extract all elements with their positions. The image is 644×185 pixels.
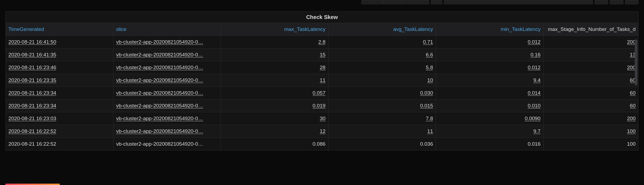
- zoom-out-button[interactable]: [595, 0, 608, 4]
- cell-min-value[interactable]: 9.4: [533, 77, 540, 83]
- cell-avg-value[interactable]: 0.030: [420, 90, 433, 96]
- cell-time-value[interactable]: 2020-08-21 16:23:34: [8, 103, 56, 109]
- panel-title[interactable]: Check Skew: [6, 12, 638, 23]
- cell-tasks-value[interactable]: 60: [630, 90, 636, 96]
- cell-min[interactable]: 0.16: [436, 49, 543, 61]
- cell-max-value[interactable]: 28: [320, 65, 326, 70]
- cell-avg-value[interactable]: 6.6: [426, 52, 433, 58]
- table-row[interactable]: 2020-08-21 16:23:35vb-cluster2-app-20200…: [6, 74, 638, 87]
- cell-tasks[interactable]: 200: [543, 36, 638, 49]
- cell-avg[interactable]: 0.71: [328, 36, 436, 49]
- cell-time-value[interactable]: 2020-08-21 16:22:52: [8, 128, 56, 134]
- cell-max-value[interactable]: 30: [320, 116, 326, 121]
- cell-min-value[interactable]: 0.010: [528, 103, 541, 109]
- cell-time[interactable]: 2020-08-21 16:23:03: [6, 112, 113, 125]
- cell-tasks[interactable]: 13: [543, 49, 638, 61]
- cell-tasks[interactable]: 100: [543, 125, 638, 138]
- cell-min[interactable]: 9.4: [436, 74, 543, 87]
- cell-avg[interactable]: 5.8: [328, 61, 436, 74]
- cell-avg[interactable]: 11: [328, 125, 436, 138]
- cell-min[interactable]: 0.012: [436, 36, 543, 49]
- cell-min-value[interactable]: 0.16: [531, 52, 541, 58]
- cell-min[interactable]: 0.010: [436, 100, 543, 112]
- cell-max-value[interactable]: 11: [320, 77, 326, 83]
- cell-tasks-value[interactable]: 200: [627, 116, 636, 121]
- cell-tasks[interactable]: 100: [543, 138, 638, 151]
- cell-max-value[interactable]: 0.086: [313, 141, 326, 147]
- cell-tasks[interactable]: 60: [543, 87, 638, 100]
- cell-slice-value[interactable]: vb-cluster2-app-20200821054920-0…: [116, 103, 203, 109]
- cell-avg-value[interactable]: 7.8: [426, 116, 433, 121]
- col-header-tasks[interactable]: max_Stage_Info_Number_of_Tasks_d: [543, 23, 638, 36]
- cell-avg-value[interactable]: 0.015: [420, 103, 433, 109]
- cell-max-value[interactable]: 12: [320, 128, 326, 134]
- cell-min[interactable]: 0.012: [436, 61, 543, 74]
- cell-max[interactable]: 0.086: [221, 138, 328, 151]
- cell-time[interactable]: 2020-08-21 16:23:34: [6, 100, 113, 112]
- cell-tasks-value[interactable]: 100: [627, 128, 636, 134]
- cell-time[interactable]: 2020-08-21 16:23:35: [6, 74, 113, 87]
- cell-slice-value[interactable]: vb-cluster2-app-20200821054920-0…: [116, 90, 203, 96]
- cell-avg-value[interactable]: 5.8: [426, 65, 433, 70]
- cell-time-value[interactable]: 2020-08-21 16:23:35: [8, 77, 56, 83]
- cell-avg-value[interactable]: 10: [427, 77, 433, 83]
- table-row[interactable]: 2020-08-21 16:23:46vb-cluster2-app-20200…: [6, 61, 638, 74]
- cell-avg[interactable]: 0.030: [328, 87, 436, 100]
- cell-avg[interactable]: 0.036: [328, 138, 436, 151]
- cell-max-value[interactable]: 0.019: [313, 103, 326, 109]
- toolbar-button[interactable]: [402, 0, 429, 4]
- cell-slice[interactable]: vb-cluster2-app-20200821054920-0…: [113, 74, 221, 87]
- cell-tasks[interactable]: 60: [543, 74, 638, 87]
- table-row[interactable]: 2020-08-21 16:23:34vb-cluster2-app-20200…: [6, 100, 638, 112]
- cell-time-value[interactable]: 2020-08-21 16:41:50: [8, 39, 56, 45]
- toolbar-button[interactable]: [383, 0, 402, 4]
- time-range-picker[interactable]: [444, 0, 593, 4]
- cell-tasks-value[interactable]: 200: [627, 39, 636, 45]
- cell-max[interactable]: 2.8: [221, 36, 328, 49]
- toolbar-button[interactable]: [431, 0, 442, 4]
- cell-slice-value[interactable]: vb-cluster2-app-20200821054920-0…: [116, 77, 203, 83]
- cell-avg-value[interactable]: 0.71: [423, 39, 433, 45]
- cell-slice[interactable]: vb-cluster2-app-20200821054920-0…: [113, 112, 221, 125]
- col-header-max[interactable]: max_TaskLatency: [221, 23, 328, 36]
- table-row[interactable]: 2020-08-21 16:22:52vb-cluster2-app-20200…: [6, 138, 638, 151]
- cell-tasks[interactable]: 200: [543, 61, 638, 74]
- cell-avg[interactable]: 0.015: [328, 100, 436, 112]
- cell-slice-value[interactable]: vb-cluster2-app-20200821054920-0…: [116, 116, 203, 121]
- col-header-avg[interactable]: avg_TaskLatency: [328, 23, 436, 36]
- cell-slice-value[interactable]: vb-cluster2-app-20200821054920-0…: [116, 65, 203, 70]
- cell-max-value[interactable]: 15: [320, 52, 326, 58]
- cell-slice-value[interactable]: vb-cluster2-app-20200821054920-0…: [116, 39, 203, 45]
- cell-time-value[interactable]: 2020-08-21 16:23:46: [8, 65, 56, 70]
- cell-time-value[interactable]: 2020-08-21 16:41:35: [8, 52, 56, 58]
- cell-min[interactable]: 9.7: [436, 125, 543, 138]
- cell-time[interactable]: 2020-08-21 16:23:34: [6, 87, 113, 100]
- cell-min-value[interactable]: 0.0090: [525, 116, 541, 121]
- cell-max-value[interactable]: 0.057: [313, 90, 326, 96]
- cell-slice[interactable]: vb-cluster2-app-20200821054920-0…: [113, 61, 221, 74]
- cell-max-value[interactable]: 2.8: [318, 39, 325, 45]
- cell-min-value[interactable]: 0.014: [528, 90, 541, 96]
- refresh-button[interactable]: [610, 0, 623, 4]
- cell-time-value[interactable]: 2020-08-21 16:23:34: [8, 90, 56, 96]
- cell-max[interactable]: 0.019: [221, 100, 328, 112]
- cell-slice[interactable]: vb-cluster2-app-20200821054920-0…: [113, 125, 221, 138]
- table-row[interactable]: 2020-08-21 16:41:35vb-cluster2-app-20200…: [6, 49, 638, 61]
- cell-slice-value[interactable]: vb-cluster2-app-20200821054920-0…: [116, 128, 203, 134]
- col-header-min[interactable]: min_TaskLatency: [436, 23, 543, 36]
- cell-min-value[interactable]: 9.7: [533, 128, 540, 134]
- cell-slice-value[interactable]: vb-cluster2-app-20200821054920-0…: [116, 52, 203, 58]
- col-header-time[interactable]: TimeGenerated: [6, 23, 113, 36]
- cell-avg[interactable]: 6.6: [328, 49, 436, 61]
- cell-avg-value[interactable]: 11: [427, 128, 433, 134]
- cell-slice[interactable]: vb-cluster2-app-20200821054920-0…: [113, 87, 221, 100]
- table-row[interactable]: 2020-08-21 16:23:03vb-cluster2-app-20200…: [6, 112, 638, 125]
- cell-tasks[interactable]: 60: [543, 100, 638, 112]
- scrollbar[interactable]: [635, 39, 637, 85]
- cell-time[interactable]: 2020-08-21 16:22:52: [6, 138, 113, 151]
- cell-tasks-value[interactable]: 100: [627, 141, 636, 147]
- cell-max[interactable]: 0.057: [221, 87, 328, 100]
- cell-max[interactable]: 30: [221, 112, 328, 125]
- cell-min[interactable]: 0.0090: [436, 112, 543, 125]
- cell-max[interactable]: 28: [221, 61, 328, 74]
